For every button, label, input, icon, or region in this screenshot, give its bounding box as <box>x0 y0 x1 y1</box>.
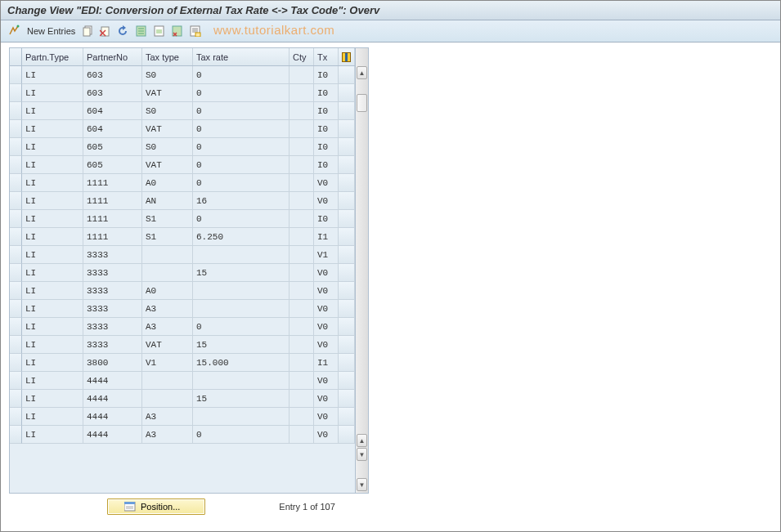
col-header-config[interactable] <box>339 48 355 65</box>
cell-cty[interactable] <box>290 426 314 444</box>
cell-tax-rate[interactable]: 0 <box>193 84 290 102</box>
cell-tax-type[interactable]: VAT <box>142 120 193 138</box>
table-row[interactable]: LI604S00I0 <box>10 102 355 120</box>
table-row[interactable]: LI4444A3V0 <box>10 408 355 426</box>
cell-tx[interactable]: V0 <box>314 426 339 444</box>
table-row[interactable]: LI3333A30V0 <box>10 318 355 336</box>
cell-tax-rate[interactable] <box>193 300 290 318</box>
cell-cty[interactable] <box>290 156 314 174</box>
row-selector[interactable] <box>10 210 22 228</box>
cell-partn-type[interactable]: LI <box>22 84 83 102</box>
col-header-partn-type[interactable]: Partn.Type <box>22 48 83 65</box>
cell-tax-rate[interactable] <box>193 246 290 264</box>
cell-tax-rate[interactable]: 0 <box>193 174 290 192</box>
cell-partn-type[interactable]: LI <box>22 390 83 408</box>
cell-partn-type[interactable]: LI <box>22 264 83 282</box>
cell-cty[interactable] <box>290 318 314 336</box>
cell-partner-no[interactable]: 4444 <box>83 408 142 426</box>
table-row[interactable]: LI1111S10I0 <box>10 210 355 228</box>
cell-tax-rate[interactable]: 16 <box>193 192 290 210</box>
cell-cty[interactable] <box>290 408 314 426</box>
cell-tx[interactable]: I0 <box>314 210 339 228</box>
table-row[interactable]: LI3333V1 <box>10 246 355 264</box>
cell-partner-no[interactable]: 3333 <box>83 300 142 318</box>
col-header-partner-no[interactable]: PartnerNo <box>83 48 142 65</box>
cell-partner-no[interactable]: 4444 <box>83 390 142 408</box>
cell-partn-type[interactable]: LI <box>22 66 83 84</box>
cell-tax-rate[interactable]: 15 <box>193 336 290 354</box>
cell-tx[interactable]: V0 <box>314 408 339 426</box>
row-selector-header[interactable] <box>10 48 22 65</box>
cell-tx[interactable]: I0 <box>314 156 339 174</box>
cell-partn-type[interactable]: LI <box>22 354 83 372</box>
new-entries-button[interactable]: New Entries <box>25 26 77 36</box>
scroll-thumb[interactable] <box>357 94 367 112</box>
cell-tax-type[interactable]: S0 <box>142 66 193 84</box>
cell-tx[interactable]: V0 <box>314 318 339 336</box>
cell-cty[interactable] <box>290 300 314 318</box>
cell-partner-no[interactable]: 3333 <box>83 264 142 282</box>
cell-tax-type[interactable]: A3 <box>142 408 193 426</box>
row-selector[interactable] <box>10 336 22 354</box>
cell-partner-no[interactable]: 604 <box>83 102 142 120</box>
row-selector[interactable] <box>10 354 22 372</box>
cell-cty[interactable] <box>290 84 314 102</box>
cell-partn-type[interactable]: LI <box>22 282 83 300</box>
undo-icon[interactable] <box>116 24 131 38</box>
row-selector[interactable] <box>10 408 22 426</box>
print-icon[interactable] <box>188 24 203 38</box>
cell-tax-rate[interactable]: 15 <box>193 264 290 282</box>
cell-tax-type[interactable]: A3 <box>142 426 193 444</box>
cell-tax-rate[interactable]: 0 <box>193 102 290 120</box>
cell-tax-type[interactable]: AN <box>142 192 193 210</box>
cell-cty[interactable] <box>290 210 314 228</box>
cell-tx[interactable]: V1 <box>314 246 339 264</box>
cell-tax-type[interactable]: A0 <box>142 174 193 192</box>
row-selector[interactable] <box>10 120 22 138</box>
cell-cty[interactable] <box>290 246 314 264</box>
cell-tx[interactable]: V0 <box>314 372 339 390</box>
cell-tx[interactable]: I0 <box>314 66 339 84</box>
cell-cty[interactable] <box>290 264 314 282</box>
cell-tx[interactable]: I0 <box>314 138 339 156</box>
cell-partner-no[interactable]: 4444 <box>83 426 142 444</box>
cell-tax-rate[interactable]: 15.000 <box>193 354 290 372</box>
cell-tax-type[interactable]: V1 <box>142 354 193 372</box>
cell-cty[interactable] <box>290 228 314 246</box>
cell-cty[interactable] <box>290 102 314 120</box>
table-row[interactable]: LI3333A3V0 <box>10 300 355 318</box>
cell-tx[interactable]: V0 <box>314 174 339 192</box>
cell-cty[interactable] <box>290 282 314 300</box>
row-selector[interactable] <box>10 102 22 120</box>
cell-partner-no[interactable]: 1111 <box>83 192 142 210</box>
cell-partn-type[interactable]: LI <box>22 300 83 318</box>
cell-cty[interactable] <box>290 138 314 156</box>
cell-tx[interactable]: I1 <box>314 354 339 372</box>
cell-partn-type[interactable]: LI <box>22 408 83 426</box>
scroll-down-icon[interactable]: ▼ <box>357 478 367 491</box>
row-selector[interactable] <box>10 318 22 336</box>
cell-partn-type[interactable]: LI <box>22 156 83 174</box>
cell-tx[interactable]: V0 <box>314 300 339 318</box>
row-selector[interactable] <box>10 228 22 246</box>
copy-icon[interactable] <box>80 24 95 38</box>
cell-cty[interactable] <box>290 372 314 390</box>
cell-tx[interactable]: V0 <box>314 390 339 408</box>
table-row[interactable]: LI604VAT0I0 <box>10 120 355 138</box>
table-row[interactable]: LI333315V0 <box>10 264 355 282</box>
toggle-icon[interactable] <box>7 24 22 38</box>
cell-partner-no[interactable]: 1111 <box>83 210 142 228</box>
scroll-up-icon[interactable]: ▲ <box>357 66 367 79</box>
cell-partner-no[interactable]: 3333 <box>83 318 142 336</box>
cell-tax-type[interactable] <box>142 390 193 408</box>
cell-tx[interactable]: I0 <box>314 84 339 102</box>
table-row[interactable]: LI3333A0V0 <box>10 282 355 300</box>
cell-partner-no[interactable]: 605 <box>83 138 142 156</box>
cell-partn-type[interactable]: LI <box>22 318 83 336</box>
cell-partn-type[interactable]: LI <box>22 336 83 354</box>
delete-icon[interactable] <box>98 24 113 38</box>
select-block-icon[interactable] <box>152 24 167 38</box>
cell-partn-type[interactable]: LI <box>22 210 83 228</box>
cell-tx[interactable]: V0 <box>314 336 339 354</box>
vertical-scrollbar[interactable]: ▲ ▲ ▼ ▼ <box>355 48 368 493</box>
